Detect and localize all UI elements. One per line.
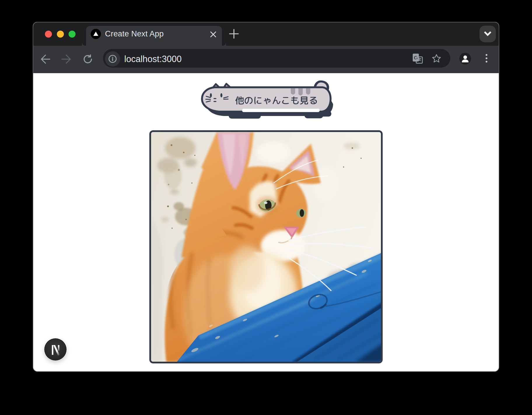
svg-text:G: G bbox=[414, 55, 418, 61]
